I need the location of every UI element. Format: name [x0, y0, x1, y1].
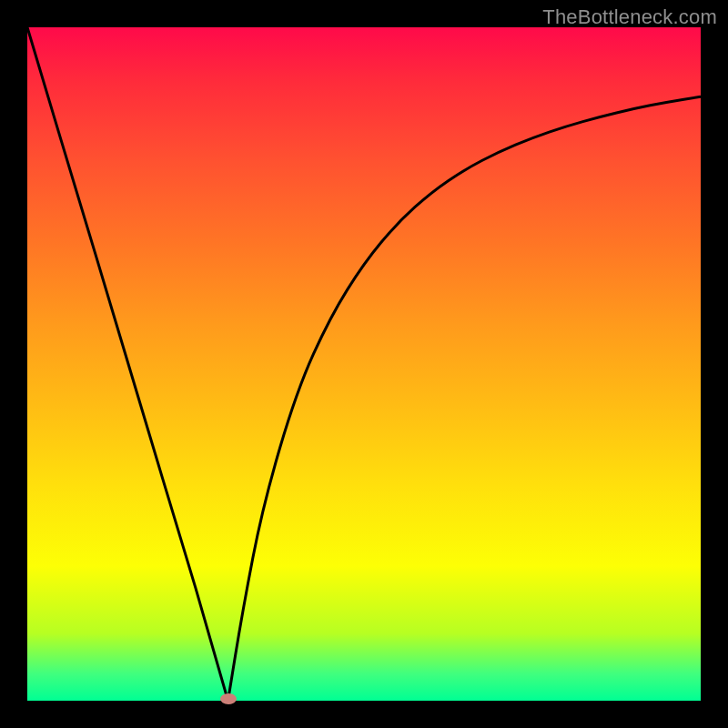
watermark-text: TheBottleneck.com — [542, 5, 717, 29]
curve-right-branch — [228, 96, 701, 701]
vertex-marker — [220, 693, 237, 704]
curve-left-branch — [27, 27, 228, 701]
curve-layer — [27, 27, 701, 701]
plot-area — [27, 27, 701, 701]
chart-frame: TheBottleneck.com — [0, 0, 728, 728]
